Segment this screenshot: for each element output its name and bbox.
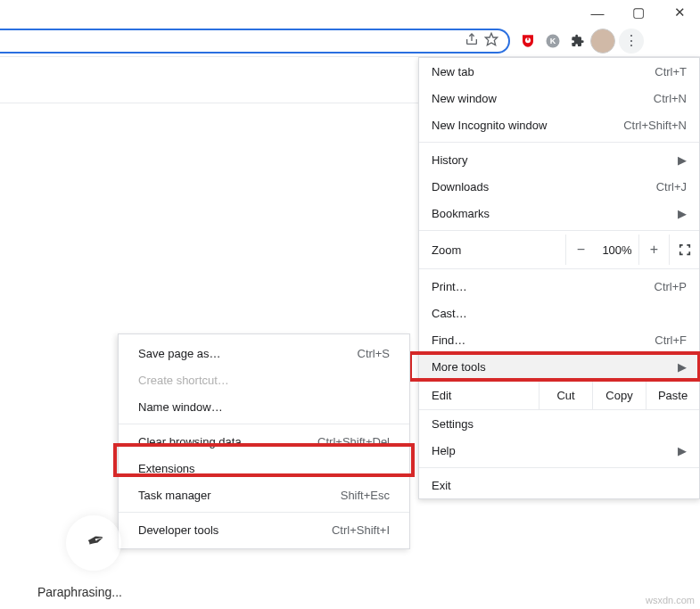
svg-rect-2 — [527, 37, 529, 40]
chevron-right-icon: ▶ — [678, 207, 687, 220]
submenu-name-window[interactable]: Name window… — [119, 393, 409, 420]
menu-separator — [419, 467, 699, 468]
svg-text:K: K — [550, 37, 556, 45]
submenu-separator — [119, 512, 409, 513]
profile-avatar[interactable] — [590, 29, 615, 53]
menu-bookmarks[interactable]: Bookmarks ▶ — [419, 200, 699, 226]
edit-paste-button[interactable]: Paste — [646, 381, 699, 409]
menu-more-tools[interactable]: More tools ▶ — [419, 353, 699, 380]
menu-item-shortcut: Ctrl+T — [655, 65, 687, 78]
minimize-button[interactable]: — — [577, 0, 618, 25]
maximize-button[interactable]: ▢ — [618, 0, 659, 25]
chevron-right-icon: ▶ — [678, 153, 687, 167]
submenu-clear-browsing-data[interactable]: Clear browsing data… Ctrl+Shift+Del — [119, 428, 409, 455]
fullscreen-icon[interactable] — [669, 235, 699, 265]
chevron-right-icon: ▶ — [678, 444, 687, 457]
content-separator — [0, 103, 419, 103]
zoom-out-button[interactable]: − — [565, 235, 596, 265]
chrome-menu-button[interactable]: ⋮ — [619, 29, 644, 53]
menu-new-incognito[interactable]: New Incognito window Ctrl+Shift+N — [419, 111, 699, 138]
menu-new-tab[interactable]: New tab Ctrl+T — [419, 58, 699, 85]
submenu-create-shortcut: Create shortcut… — [119, 366, 409, 393]
menu-item-label: New tab — [432, 65, 655, 78]
share-icon[interactable] — [462, 32, 482, 49]
menu-settings[interactable]: Settings — [419, 410, 699, 437]
submenu-save-page[interactable]: Save page as… Ctrl+S — [119, 340, 409, 366]
ublock-icon[interactable] — [515, 29, 540, 53]
menu-separator — [419, 230, 699, 231]
menu-new-window[interactable]: New window Ctrl+N — [419, 85, 699, 111]
edit-copy-button[interactable]: Copy — [592, 381, 646, 409]
address-bar[interactable] — [0, 29, 510, 53]
menu-edit: Edit Cut Copy Paste — [419, 380, 699, 410]
window-controls: — ▢ ✕ — [577, 0, 700, 25]
submenu-task-manager[interactable]: Task manager Shift+Esc — [119, 481, 409, 508]
extension-icons: K ⋮ — [515, 29, 647, 53]
svg-marker-0 — [485, 33, 497, 45]
browser-toolbar: K ⋮ — [0, 25, 700, 57]
menu-find[interactable]: Find… Ctrl+F — [419, 326, 699, 353]
zoom-in-button[interactable]: + — [638, 235, 669, 265]
menu-print[interactable]: Print… Ctrl+P — [419, 273, 699, 300]
menu-separator — [419, 268, 699, 269]
menu-separator — [419, 142, 699, 143]
caption-text: Paraphrasing... — [37, 585, 122, 599]
menu-zoom: Zoom − 100% + — [419, 235, 699, 265]
extensions-puzzle-icon[interactable] — [565, 29, 590, 53]
menu-exit[interactable]: Exit — [419, 472, 699, 498]
menu-cast[interactable]: Cast… — [419, 300, 699, 326]
watermark-text: wsxdn.com — [646, 595, 695, 605]
chevron-right-icon: ▶ — [678, 360, 687, 374]
submenu-extensions[interactable]: Extensions — [119, 455, 409, 481]
star-icon[interactable] — [482, 32, 501, 49]
submenu-separator — [119, 424, 409, 424]
menu-downloads[interactable]: Downloads Ctrl+J — [419, 173, 699, 200]
menu-help[interactable]: Help ▶ — [419, 437, 699, 464]
more-tools-submenu: Save page as… Ctrl+S Create shortcut… Na… — [118, 333, 410, 549]
extension-k-icon[interactable]: K — [540, 29, 565, 53]
zoom-value: 100% — [596, 243, 638, 257]
submenu-developer-tools[interactable]: Developer tools Ctrl+Shift+I — [119, 516, 409, 543]
chrome-main-menu: New tab Ctrl+T New window Ctrl+N New Inc… — [418, 57, 700, 499]
menu-history[interactable]: History ▶ — [419, 146, 699, 173]
close-button[interactable]: ✕ — [659, 0, 700, 25]
edit-cut-button[interactable]: Cut — [539, 381, 592, 409]
